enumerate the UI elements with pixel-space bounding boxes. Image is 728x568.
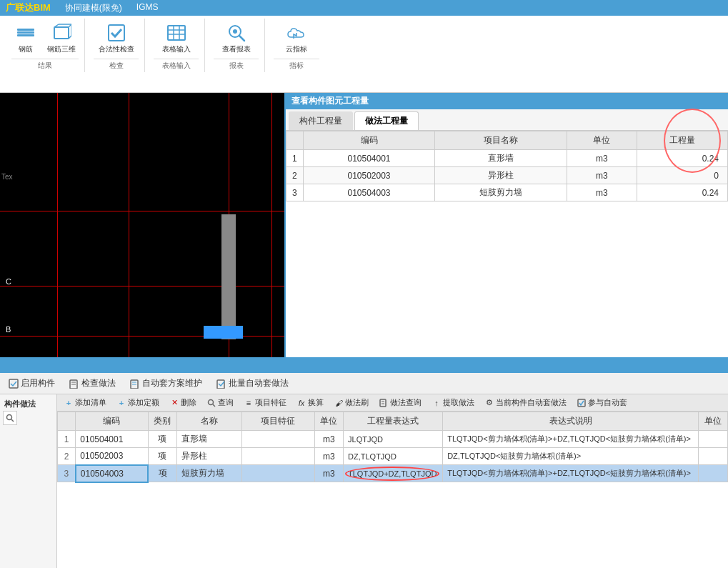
row-3-name: 短肢剪力墙 [435,184,567,201]
brow-2-name: 异形柱 [177,448,242,465]
row-1-qty: 0.24 [637,150,728,167]
cad-area: C B Tex [0,93,286,357]
toolbar-group-result: 钢筋 钢筋三维 结果 [6,19,85,72]
cad-label-b: B [6,325,11,334]
group-label-index: 指标 [274,59,319,71]
brow-1-type: 项 [148,431,177,448]
btn-rebar-3d[interactable]: 钢筋三维 [44,20,79,56]
brow-2-feature [242,448,314,465]
cloud-index-icon [285,21,308,44]
menu-item-0[interactable]: 协同建模(限免) [65,2,122,14]
bottom-right: + 添加清单 + 添加定额 ✕ 删除 查询 ≡ [57,394,728,568]
sub-btn-extract-method[interactable]: ↑ 提取做法 [429,397,477,409]
bottom-section: 启用构件 检查做法 自动套方案维护 批量自动套做法 构件做法 [0,373,728,568]
sub-btn-participate-auto[interactable]: 参与自动套 [574,397,629,409]
bottom-main: 构件做法 + 添加清单 + 添加定额 ✕ 删除 [0,394,728,568]
formula-highlight: TLQTJQD+DZ,TLQTJQD [348,469,437,478]
btn-rebar[interactable]: 钢筋 [11,20,40,56]
query-icon [206,398,216,408]
bcol-type: 类别 [148,412,177,431]
table-row: 1 010504001 直形墙 m3 0.24 [286,150,728,167]
column-shape [221,214,236,339]
group-icons-check: 合法性检查 [96,20,137,56]
brow-2-code: 010502003 [76,448,148,465]
svg-rect-1 [17,29,34,31]
btn-auto-scheme[interactable]: 自动套方案维护 [127,376,205,391]
tab-method-qty[interactable]: 做法工程量 [354,111,419,130]
proj-feature-label: 项目特征 [255,397,286,408]
row-3-unit: m3 [567,184,637,201]
btn-validity[interactable]: 合法性检查 [96,20,137,56]
sub-btn-method-brush[interactable]: 🖌 做法刷 [331,397,371,409]
svg-rect-2 [17,34,34,36]
brow-1-desc: TLQTJQD<剪力墙体积(清单)>+DZ,TLQTJQD<短肢剪力墙体积(清单… [443,431,699,448]
btn-table-input[interactable]: 表格输入 [159,20,194,56]
svg-rect-33 [578,399,585,407]
tab-component-qty[interactable]: 构件工程量 [289,111,353,130]
brow-3-unit2 [699,465,728,482]
rebar-label: 钢筋 [19,44,33,54]
delete-label: 删除 [181,397,196,408]
sub-btn-delete[interactable]: ✕ 删除 [167,397,199,409]
brow-3-name: 短肢剪力墙 [177,465,242,482]
sub-btn-method-query[interactable]: 做法查询 [377,397,424,409]
btn-batch-auto[interactable]: 批量自动套做法 [214,376,291,391]
add-quota-icon: + [116,398,126,408]
sub-btn-proj-feature[interactable]: ≡ 项目特征 [241,397,289,409]
add-list-label: 添加清单 [75,397,106,408]
menu-item-1[interactable]: IGMS [136,2,159,14]
extract-method-icon: ↑ [432,398,442,408]
sub-btn-add-quota[interactable]: + 添加定额 [114,397,161,409]
sub-btn-add-list[interactable]: + 添加清单 [61,397,109,409]
auto-scheme-icon [130,379,140,389]
svg-rect-18 [9,379,18,388]
batch-auto-icon [216,379,226,389]
bottom-toolbar: 启用构件 检查做法 自动套方案维护 批量自动套做法 [0,373,728,394]
top-table-container: 编码 项目名称 单位 工程量 1 010504001 直形墙 m3 0.24 [286,131,728,201]
group-icons-result: 钢筋 钢筋三维 [11,20,79,56]
convert-label: 换算 [308,397,324,408]
bcol-formula: 工程量表达式 [344,412,443,431]
sub-btn-auto-method[interactable]: ⚙ 当前构件自动套做法 [482,397,569,409]
bottom-table-row-1: 1 010504001 项 直形墙 m3 JLQTJQD TLQTJQD<剪力墙… [58,431,728,448]
table-input-label: 表格输入 [162,44,191,54]
btn-enable-component[interactable]: 启用构件 [6,376,58,391]
blue-element [204,326,243,339]
search-icon [6,414,14,422]
search-icon-box[interactable] [3,411,17,425]
brow-2-num: 2 [58,448,76,465]
bcol-unit2: 单位 [699,412,728,431]
check-method-icon [69,379,79,389]
proj-feature-icon: ≡ [244,398,254,408]
auto-method-label: 当前构件自动套做法 [496,397,567,408]
brow-1-name: 直形墙 [177,431,242,448]
sub-btn-query[interactable]: 查询 [204,397,236,409]
bcol-code: 编码 [76,412,148,431]
brow-1-num: 1 [58,431,76,448]
brow-1-formula: JLQTJQD [344,431,443,448]
method-brush-label: 做法刷 [345,397,369,408]
toolbar-group-table: 表格输入 表格输入 [148,19,205,72]
svg-rect-3 [54,27,69,39]
bottom-table-row-3[interactable]: 3 010504003 项 短肢剪力墙 m3 TLQTJQD+DZ,TLQTJQ… [58,465,728,482]
rebar-3d-label: 钢筋三维 [47,44,76,54]
svg-rect-30 [380,399,386,407]
brow-2-unit: m3 [314,448,344,465]
toolbar-group-check: 合法性检查 检查 [88,19,145,72]
btn-view-report[interactable]: 查看报表 [219,20,254,56]
svg-rect-10 [168,26,185,40]
btn-check-method[interactable]: 检查做法 [66,376,119,391]
sub-btn-convert[interactable]: fx 换算 [294,397,326,409]
row-2-code: 010502003 [303,167,435,184]
query-label: 查询 [218,397,234,408]
col-rownum [286,131,304,150]
btn-cloud-index[interactable]: 云指标 [282,20,311,56]
grid-h-2 [0,286,284,287]
bottom-panel-title: 构件做法 [3,397,54,411]
brow-3-type: 项 [148,465,177,482]
row-1-code: 010504001 [303,150,435,167]
convert-icon: fx [296,398,306,408]
group-label-check: 检查 [94,59,139,71]
brow-1-unit2 [699,431,728,448]
auto-method-icon: ⚙ [484,398,494,408]
